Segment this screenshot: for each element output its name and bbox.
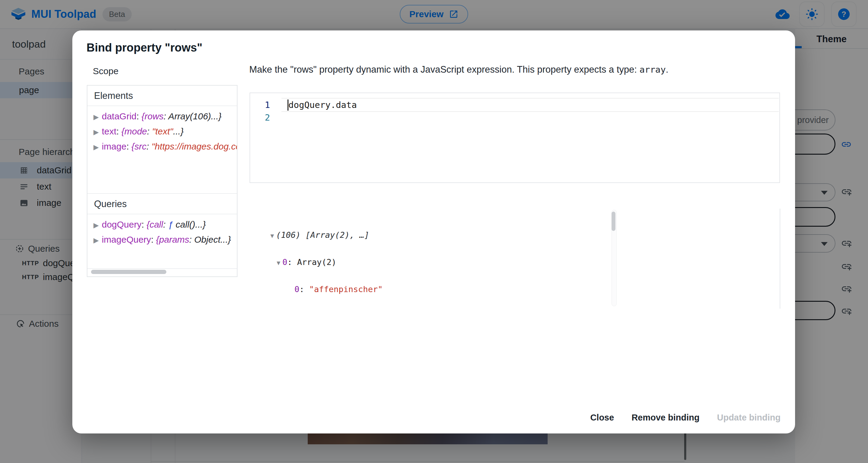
scope-tree-entry[interactable]: ▶image: {src: "https://images.dog.ceo/br… [93, 139, 237, 154]
output-tree-row[interactable]: 0: "affenpinscher" [249, 276, 780, 302]
text-cursor [287, 99, 288, 111]
segment: : [136, 111, 142, 121]
segment: ...} [173, 126, 184, 136]
scope-tree-entry[interactable]: ▶dataGrid: {rows: Array(106)...} [93, 109, 237, 124]
editor-line-2: 2 [250, 111, 779, 124]
segment: : [287, 257, 297, 267]
tree-row-content: ▼(106) [Array(2), …] [270, 230, 369, 240]
segment: "text" [152, 126, 173, 136]
expected-type: array [640, 64, 666, 75]
queries-header: Queries [87, 194, 237, 214]
output-tree-row[interactable]: ▼0: Array(2) [249, 249, 780, 276]
js-expression-editor[interactable]: 1 dogQuery.data 2 [250, 93, 780, 183]
segment: : [299, 284, 309, 294]
segment: image [102, 142, 127, 151]
elements-header: Elements [87, 86, 237, 106]
dialog-title: Bind property "rows" [87, 41, 202, 54]
line-number: 1 [250, 100, 276, 110]
segment: Array(2) [297, 257, 336, 267]
entry-preview: {call: ƒ call()...} [147, 217, 206, 232]
segment: {params [156, 235, 189, 244]
update-binding-button[interactable]: Update binding [710, 408, 787, 427]
segment: : [151, 235, 156, 244]
description-period: . [666, 64, 669, 75]
segment: ▶ [93, 128, 99, 136]
entry-name: ▶dataGrid: [93, 111, 141, 121]
output-tree-row[interactable]: ▼(106) [Array(2), …] [249, 222, 780, 249]
segment: : Array(106)...} [164, 111, 221, 121]
segment: : [141, 219, 147, 229]
segment: : Object...} [189, 235, 231, 244]
segment: {call [147, 219, 163, 229]
binding-description: Make the "rows" property dynamic with a … [249, 64, 669, 75]
output-tree-row[interactable]: 1: Array(0) [249, 302, 780, 309]
close-button[interactable]: Close [584, 408, 621, 427]
dialog-footer: Close Remove binding Update binding [584, 408, 787, 427]
segment: {rows [141, 111, 163, 121]
segment: text [102, 126, 116, 136]
scope-label: Scope [93, 66, 119, 76]
entry-name: ▶imageQuery: [93, 235, 156, 244]
segment: : [147, 142, 152, 151]
result-scrollbar-thumb[interactable] [612, 212, 615, 231]
remove-binding-button[interactable]: Remove binding [625, 408, 706, 427]
horizontal-scrollbar[interactable] [91, 270, 166, 274]
tree-row-content: 0: "affenpinscher" [294, 284, 383, 294]
segment: ▶ [93, 221, 99, 229]
segment: {mode [121, 126, 147, 136]
segment: dataGrid [102, 111, 136, 121]
segment: ▼ [277, 259, 280, 267]
code-text: dogQuery.data [288, 100, 357, 110]
line-number: 2 [250, 113, 276, 123]
expression-result-tree: ▼(106) [Array(2), …] ▼0: Array(2) 0: "af… [249, 209, 780, 309]
entry-preview: {params: Object...} [156, 233, 231, 247]
segment: 0 [282, 257, 287, 267]
entry-preview: {src: "https://images.dog.ceo/bre [131, 139, 237, 153]
description-text: Make the "rows" property dynamic with a … [249, 64, 640, 75]
segment: : [116, 126, 121, 136]
segment: : [147, 126, 152, 136]
segment: {src [131, 142, 147, 151]
app-root: MUI Toolpad Beta Preview [0, 0, 868, 463]
bind-property-dialog: Bind property "rows" Scope Elements ▶dat… [72, 30, 795, 433]
segment: imageQuery [102, 235, 151, 244]
entry-name: ▶image: [93, 142, 131, 151]
editor-line-1: 1 dogQuery.data [250, 99, 779, 111]
scope-tree-entry[interactable]: ▶imageQuery: {params: Object...} [93, 233, 237, 247]
segment: "https://images.dog.ceo/bre [152, 142, 237, 151]
segment: ƒ [168, 219, 173, 229]
entry-name: ▶text: [93, 126, 121, 136]
segment: dogQuery [102, 219, 142, 229]
segment: : [163, 219, 168, 229]
segment: ▶ [93, 113, 99, 121]
entry-name: ▶dogQuery: [93, 219, 147, 229]
segment: : [126, 142, 131, 151]
segment: ▼ [270, 232, 274, 239]
elements-tree: ▶dataGrid: {rows: Array(106)...} ▶text: … [87, 106, 237, 194]
scope-panel: Elements ▶dataGrid: {rows: Array(106)...… [87, 85, 238, 277]
queries-tree: ▶dogQuery: {call: ƒ call()...} ▶imageQue… [87, 214, 237, 269]
segment: "affenpinscher" [309, 284, 383, 294]
scope-tree-entry[interactable]: ▶text: {mode: "text"...} [93, 124, 237, 139]
entry-preview: {mode: "text"...} [121, 124, 184, 138]
segment: 0 [294, 284, 299, 294]
tree-row-content: ▼0: Array(2) [277, 257, 336, 267]
segment: ▶ [93, 143, 99, 151]
segment: ▶ [93, 236, 99, 244]
entry-preview: {rows: Array(106)...} [141, 109, 221, 123]
segment: call()...} [173, 219, 206, 229]
scope-tree-entry[interactable]: ▶dogQuery: {call: ƒ call()...} [93, 217, 237, 233]
segment: (106) [Array(2), …] [276, 230, 369, 240]
